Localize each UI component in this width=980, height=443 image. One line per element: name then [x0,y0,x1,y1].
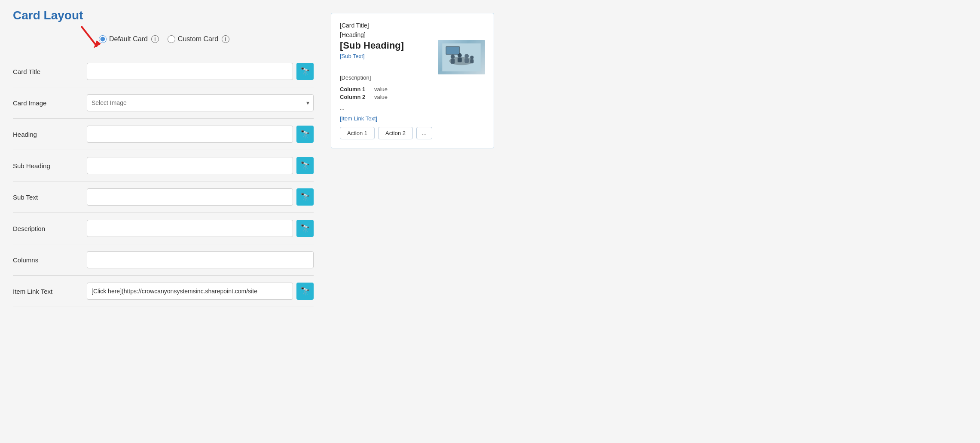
sub-text-input-group: 🔭 [87,188,314,206]
description-input-group: 🔭 [87,220,314,237]
sub-heading-input[interactable] [87,157,293,174]
preview-col2-row: Column 2 value [340,94,485,100]
columns-label: Columns [13,256,82,264]
default-card-label: Default Card [109,35,148,43]
svg-point-10 [470,55,473,59]
preview-subtext: [Sub Text] [340,53,438,59]
columns-input[interactable] [87,251,314,268]
preview-col1-value: value [374,86,388,92]
preview-subheading: [Sub Heading] [340,40,438,51]
heading-input-group: 🔭 [87,126,314,143]
binoculars-icon: 🔭 [300,67,310,76]
heading-label: Heading [13,131,82,138]
preview-card-left: [Sub Heading] [Sub Text] [340,40,438,64]
preview-card-title: [Card Title] [340,22,485,29]
sub-text-label: Sub Text [13,194,82,201]
custom-card-option[interactable]: Custom Card i [168,35,229,43]
left-panel: Card Layout Default Card i Custom Card i [13,9,314,307]
sub-text-row: Sub Text 🔭 [13,182,314,213]
card-title-binoculars-btn[interactable]: 🔭 [296,63,314,80]
preview-description: [Description] [340,74,485,81]
description-binoculars-btn[interactable]: 🔭 [296,220,314,237]
custom-card-label: Custom Card [178,35,218,43]
preview-action1-btn[interactable]: Action 1 [340,127,375,139]
card-type-radio-group: Default Card i Custom Card i [99,35,314,43]
preview-item-link[interactable]: [Item Link Text] [340,115,485,122]
sub-text-input[interactable] [87,188,293,206]
binoculars-icon: 🔭 [300,224,310,233]
item-link-text-input[interactable] [87,283,293,300]
binoculars-icon: 🔭 [300,192,310,202]
preview-more-btn[interactable]: ... [416,127,432,139]
card-title-row: Card Title 🔭 [13,56,314,87]
sub-heading-input-group: 🔭 [87,157,314,174]
preview-card: [Card Title] [Heading] [Sub Heading] [Su… [331,13,494,148]
card-title-label: Card Title [13,68,82,75]
card-title-input[interactable] [87,63,293,80]
svg-rect-5 [451,58,455,63]
binoculars-icon: 🔭 [300,286,310,296]
heading-binoculars-btn[interactable]: 🔭 [296,126,314,143]
svg-rect-13 [446,47,459,54]
arrow-indicator [73,22,107,54]
preview-card-top: [Sub Heading] [Sub Text] [340,40,485,74]
card-image-input-group: Select Image ▾ [87,94,314,111]
svg-point-8 [464,54,469,58]
heading-row: Heading 🔭 [13,119,314,150]
custom-card-info-icon[interactable]: i [222,35,229,43]
preview-heading: [Heading] [340,31,485,38]
columns-input-group [87,251,314,268]
preview-col2-name: Column 2 [340,94,370,100]
preview-actions: Action 1 Action 2 ... [340,127,485,139]
item-link-text-row: Item Link Text 🔭 [13,276,314,307]
card-image-row: Card Image Select Image ▾ [13,87,314,119]
heading-input[interactable] [87,126,293,143]
right-panel: [Card Title] [Heading] [Sub Heading] [Su… [331,9,494,307]
card-image-select[interactable]: Select Image [87,94,314,111]
custom-card-radio[interactable] [168,35,175,43]
sub-heading-row: Sub Heading 🔭 [13,150,314,182]
preview-columns: Column 1 value Column 2 value [340,86,485,100]
preview-ellipsis: ... [340,105,485,111]
default-card-info-icon[interactable]: i [151,35,159,43]
svg-rect-11 [470,59,473,63]
preview-col2-value: value [374,94,388,100]
preview-action2-btn[interactable]: Action 2 [378,127,413,139]
page-title: Card Layout [13,9,314,22]
preview-col1-row: Column 1 value [340,86,485,92]
description-label: Description [13,225,82,232]
columns-row: Columns [13,244,314,276]
description-row: Description 🔭 [13,213,314,244]
svg-rect-7 [458,57,462,62]
card-image-label: Card Image [13,99,82,107]
sub-text-binoculars-btn[interactable]: 🔭 [296,188,314,206]
preview-image-inner [438,40,485,74]
item-link-text-binoculars-btn[interactable]: 🔭 [296,283,314,300]
item-link-text-input-group: 🔭 [87,283,314,300]
svg-line-0 [82,27,97,46]
preview-image [438,40,485,74]
preview-col1-name: Column 1 [340,86,370,92]
svg-point-4 [451,55,455,59]
binoculars-icon: 🔭 [300,129,310,139]
card-title-input-group: 🔭 [87,63,314,80]
svg-rect-9 [464,58,469,63]
item-link-text-label: Item Link Text [13,288,82,295]
description-input[interactable] [87,220,293,237]
default-card-option[interactable]: Default Card i [99,35,159,43]
card-image-select-wrapper: Select Image ▾ [87,94,314,111]
binoculars-icon: 🔭 [300,161,310,170]
sub-heading-binoculars-btn[interactable]: 🔭 [296,157,314,174]
sub-heading-label: Sub Heading [13,162,82,169]
